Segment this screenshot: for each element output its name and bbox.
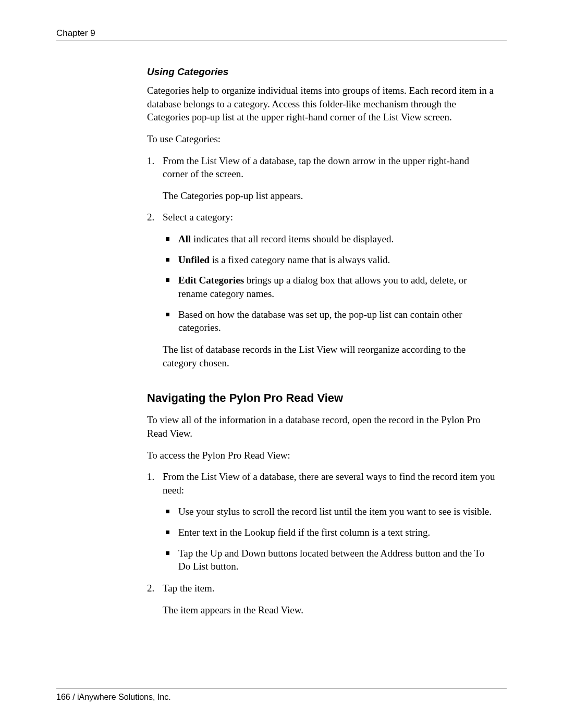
page-content: Using Categories Categories help to orga… [147,66,496,616]
list-item: Tap the Up and Down buttons located betw… [163,547,496,573]
list-item: From the List View of a database, there … [147,470,496,573]
paragraph: To view all of the information in a data… [147,413,496,440]
bold-term: Edit Categories [178,275,244,286]
list-item-text: Based on how the database was set up, th… [178,309,462,334]
list-item-text: From the List View of a database, there … [163,471,495,496]
list-item-text: Tap the item. [163,583,214,594]
bold-term: All [178,233,191,244]
section-title-navigating-read-view: Navigating the Pylon Pro Read View [147,391,496,405]
list-item: Unfiled is a fixed category name that is… [163,253,496,267]
list-item-result: The list of database records in the List… [163,343,496,369]
list-item-text: From the List View of a database, tap th… [163,155,469,180]
page-footer: 166 / iAnywhere Solutions, Inc. [56,688,507,702]
list-item-text: Select a category: [163,212,233,223]
subsection-title-using-categories: Using Categories [147,66,496,78]
ordered-list: From the List View of a database, there … [147,470,496,616]
bold-term: Unfiled [178,254,210,265]
page-header: Chapter 9 [56,28,507,41]
list-item: Use your stylus to scroll the record lis… [163,505,496,519]
list-item: Enter text in the Lookup field if the fi… [163,526,496,539]
list-item: Tap the item. The item appears in the Re… [147,582,496,616]
page: Chapter 9 Using Categories Categories he… [0,0,563,728]
list-item: All indicates that all record items shou… [163,232,496,246]
paragraph-lead: To use Categories: [147,132,496,146]
list-item-text: indicates that all record items should b… [191,233,394,244]
list-item: Select a category: All indicates that al… [147,211,496,369]
list-item-result: The item appears in the Read View. [163,603,496,617]
ordered-list: From the List View of a database, tap th… [147,154,496,370]
footer-text: 166 / iAnywhere Solutions, Inc. [56,693,507,702]
unordered-list: All indicates that all record items shou… [163,232,496,335]
list-item-text: Tap the Up and Down buttons located betw… [178,548,484,572]
chapter-label: Chapter 9 [56,28,507,39]
paragraph-lead: To access the Pylon Pro Read View: [147,449,496,462]
list-item-result: The Categories pop-up list appears. [163,189,496,203]
unordered-list: Use your stylus to scroll the record lis… [163,505,496,573]
list-item: Edit Categories brings up a dialog box t… [163,274,496,300]
list-item: Based on how the database was set up, th… [163,308,496,335]
paragraph: Categories help to organize individual i… [147,84,496,124]
list-item-text: Use your stylus to scroll the record lis… [178,506,492,517]
list-item-text: is a fixed category name that is always … [210,254,390,265]
list-item: From the List View of a database, tap th… [147,154,496,203]
list-item-text: Enter text in the Lookup field if the fi… [178,527,430,538]
